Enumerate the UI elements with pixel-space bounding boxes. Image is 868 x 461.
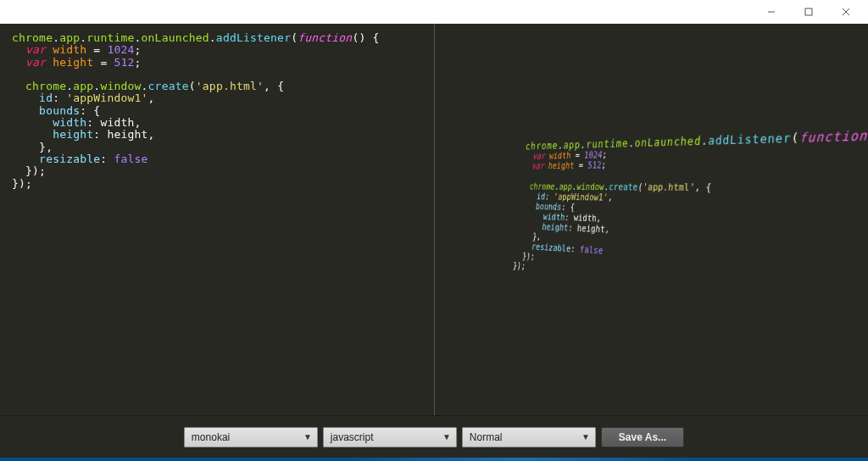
code-token: app bbox=[59, 31, 80, 44]
code-token: height bbox=[107, 128, 147, 141]
theme-select-value: monokai bbox=[192, 431, 230, 443]
save-as-button[interactable]: Save As... bbox=[601, 427, 684, 447]
maximize-icon bbox=[804, 8, 813, 16]
editor-workspace: chrome.app.runtime.onLaunched.addListene… bbox=[0, 24, 868, 415]
code-token: runtime bbox=[86, 31, 134, 44]
minimize-button[interactable] bbox=[753, 0, 790, 24]
language-select[interactable]: javascript ▼ bbox=[323, 427, 457, 447]
code-token: chrome bbox=[25, 80, 66, 92]
code-token: height bbox=[53, 56, 93, 69]
code-token: false bbox=[114, 153, 147, 165]
code-token: bounds bbox=[39, 104, 80, 117]
code-token: var bbox=[25, 56, 46, 69]
code-token: var bbox=[25, 43, 46, 56]
code-token: window bbox=[100, 80, 141, 92]
code-token: 'app.html' bbox=[196, 80, 264, 92]
minimize-icon bbox=[767, 8, 776, 16]
svg-rect-1 bbox=[805, 8, 812, 15]
chevron-down-icon: ▼ bbox=[581, 432, 590, 442]
code-token: create bbox=[148, 80, 189, 92]
maximize-button[interactable] bbox=[790, 0, 827, 24]
theme-select[interactable]: monokai ▼ bbox=[184, 427, 318, 447]
preview-pane-right: chrome.app.runtime.onLaunched.addListene… bbox=[435, 24, 869, 415]
code-token: 1024 bbox=[107, 43, 134, 56]
code-token: height bbox=[53, 128, 93, 141]
chevron-down-icon: ▼ bbox=[303, 432, 312, 442]
code-token: app bbox=[73, 80, 93, 92]
save-as-label: Save As... bbox=[619, 431, 666, 443]
code-token: 512 bbox=[114, 56, 134, 69]
code-token: width bbox=[53, 116, 86, 129]
code-token: addListener bbox=[216, 31, 291, 44]
code-token: onLaunched bbox=[142, 31, 209, 44]
close-icon bbox=[842, 8, 850, 16]
code-preview-3d: chrome.app.runtime.onLaunched.addListene… bbox=[503, 116, 868, 314]
editor-pane-left[interactable]: chrome.app.runtime.onLaunched.addListene… bbox=[0, 24, 434, 415]
bottom-toolbar: monokai ▼ javascript ▼ Normal ▼ Save As.… bbox=[0, 415, 868, 458]
chevron-down-icon: ▼ bbox=[442, 432, 451, 442]
code-editor[interactable]: chrome.app.runtime.onLaunched.addListene… bbox=[0, 24, 434, 198]
mode-select[interactable]: Normal ▼ bbox=[462, 427, 596, 447]
code-token: 'appWindow1' bbox=[66, 92, 147, 104]
code-token: width bbox=[100, 116, 134, 129]
code-token: width bbox=[53, 43, 86, 56]
language-select-value: javascript bbox=[331, 431, 374, 443]
code-token: id bbox=[39, 92, 53, 104]
close-button[interactable] bbox=[827, 0, 865, 24]
code-token: resizable bbox=[39, 153, 100, 165]
code-token: chrome bbox=[12, 31, 53, 44]
mode-select-value: Normal bbox=[470, 431, 503, 443]
code-token: function bbox=[298, 31, 352, 44]
window-titlebar bbox=[0, 0, 868, 24]
taskbar-strip bbox=[0, 458, 868, 461]
